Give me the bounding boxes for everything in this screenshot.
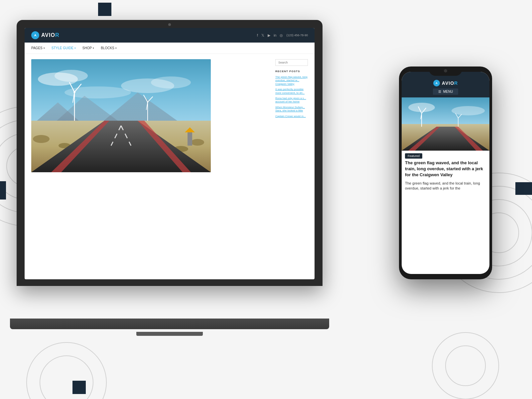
svg-point-8	[27, 342, 106, 399]
sidebar-post-1[interactable]: The green flag waved, long overdue, star…	[275, 75, 308, 86]
phone-menu-label: MENU	[443, 90, 453, 93]
nav-style-guide-chevron: ▾	[74, 47, 76, 50]
nav-shop[interactable]: SHOP ▾	[82, 46, 94, 50]
phone-notch	[429, 66, 462, 76]
laptop-body: AVIOR f 𝕏 ▶ in ◎ (123) 456-78-90 PAGES ▾	[17, 20, 323, 286]
nav-blocks-chevron: ▾	[115, 47, 117, 50]
site-logo: AVIOR	[31, 31, 60, 39]
laptop-base	[10, 319, 329, 329]
site-main	[31, 59, 271, 172]
svg-point-47	[452, 106, 485, 115]
laptop-camera	[168, 23, 171, 26]
svg-point-46	[408, 103, 435, 112]
nav-shop-chevron: ▾	[93, 47, 94, 50]
phone: AVIOR ☰ MENU	[399, 66, 492, 279]
instagram-icon: ◎	[280, 33, 283, 38]
phone-camera	[444, 69, 447, 72]
recent-posts-title: RECENT POSTS	[275, 70, 308, 73]
site-sidebar: RECENT POSTS The green flag waved, long …	[271, 59, 308, 172]
linkedin-icon: in	[274, 33, 277, 37]
nav-style-guide[interactable]: STYLE GUIDE ▾	[52, 46, 76, 50]
svg-point-11	[446, 346, 485, 386]
sidebar-post-4[interactable]: When Monsieur Dufarg... Sara, she looked…	[275, 106, 308, 113]
site-content: RECENT POSTS The green flag waved, long …	[25, 54, 315, 178]
sidebar-post-5[interactable]: Captain Crewe would m...	[275, 115, 308, 118]
svg-marker-43	[435, 82, 438, 84]
phone-hero-image	[402, 97, 489, 151]
twitter-icon: 𝕏	[261, 33, 264, 38]
phone-logo-text: AVIOR	[442, 80, 458, 86]
nav-blocks[interactable]: BLOCKS ▾	[101, 46, 117, 50]
hamburger-icon: ☰	[438, 90, 441, 93]
nav-pages-label: PAGES	[31, 46, 43, 50]
search-input[interactable]	[275, 59, 308, 66]
deco-square-top	[98, 3, 111, 16]
svg-point-15	[55, 70, 88, 82]
svg-point-10	[432, 332, 499, 399]
nav-shop-label: SHOP	[82, 46, 92, 50]
site-nav: PAGES ▾ STYLE GUIDE ▾ SHOP ▾ BLOCKS ▾	[25, 43, 315, 54]
svg-rect-42	[188, 132, 192, 146]
deco-square-left	[0, 181, 6, 200]
laptop-screen: AVIOR f 𝕏 ▶ in ◎ (123) 456-78-90 PAGES ▾	[25, 28, 315, 279]
phone-logo: AVIOR	[433, 80, 458, 86]
svg-marker-12	[34, 34, 37, 37]
deco-square-bottom	[72, 381, 86, 394]
laptop: AVIOR f 𝕏 ▶ in ◎ (123) 456-78-90 PAGES ▾	[17, 20, 323, 319]
nav-pages-chevron: ▾	[44, 47, 45, 50]
phone-post-title: The green flag waved, and the local trai…	[402, 160, 489, 181]
phone-number: (123) 456-78-90	[286, 34, 308, 37]
svg-point-24	[191, 139, 204, 146]
phone-body: AVIOR ☰ MENU	[399, 66, 492, 279]
phone-post-excerpt: The green flag waved, and the local trai…	[402, 181, 489, 191]
logo-icon	[31, 31, 39, 39]
svg-point-23	[33, 135, 50, 143]
sidebar-post-3[interactable]: Rona had only given a s... account of he…	[275, 97, 308, 104]
laptop-foot	[136, 332, 203, 336]
featured-badge: Featured	[405, 153, 422, 159]
svg-point-17	[151, 76, 191, 88]
site-header: AVIOR f 𝕏 ▶ in ◎ (123) 456-78-90	[25, 28, 315, 43]
youtube-icon: ▶	[268, 33, 270, 38]
header-right: f 𝕏 ▶ in ◎ (123) 456-78-90	[257, 33, 308, 38]
phone-logo-icon	[433, 80, 440, 86]
nav-style-guide-label: STYLE GUIDE	[52, 46, 73, 50]
sidebar-post-2[interactable]: It was perfectly possible more convenien…	[275, 88, 308, 95]
nav-pages[interactable]: PAGES ▾	[31, 46, 45, 50]
phone-screen: AVIOR ☰ MENU	[402, 72, 489, 274]
logo-text: AVIOR	[41, 32, 60, 38]
nav-blocks-label: BLOCKS	[101, 46, 114, 50]
phone-menu-button[interactable]: ☰ MENU	[433, 88, 458, 95]
facebook-icon: f	[257, 33, 258, 37]
phone-content: Featured The green flag waved, and the l…	[402, 97, 489, 191]
deco-square-right	[515, 182, 532, 195]
hero-image	[31, 59, 211, 172]
